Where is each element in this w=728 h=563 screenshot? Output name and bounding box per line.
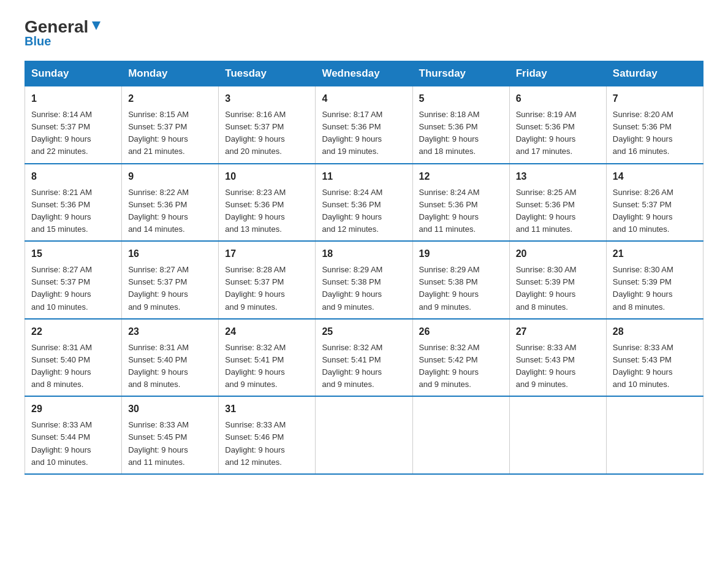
day-info: Sunrise: 8:19 AMSunset: 5:36 PMDaylight:… [516, 109, 600, 158]
day-cell [509, 396, 606, 474]
day-number: 25 [322, 324, 406, 339]
day-info: Sunrise: 8:32 AMSunset: 5:41 PMDaylight:… [322, 342, 406, 391]
header-monday: Monday [122, 61, 219, 86]
day-cell: 9Sunrise: 8:22 AMSunset: 5:36 PMDaylight… [122, 164, 219, 242]
day-number: 8 [31, 169, 115, 184]
logo-triangle-icon [89, 19, 103, 33]
day-cell: 18Sunrise: 8:29 AMSunset: 5:38 PMDayligh… [316, 241, 412, 319]
day-cell: 8Sunrise: 8:21 AMSunset: 5:36 PMDaylight… [25, 164, 122, 242]
day-info: Sunrise: 8:26 AMSunset: 5:37 PMDaylight:… [613, 186, 697, 236]
day-cell: 25Sunrise: 8:32 AMSunset: 5:41 PMDayligh… [316, 319, 412, 397]
day-number: 9 [128, 169, 212, 184]
day-cell: 26Sunrise: 8:32 AMSunset: 5:42 PMDayligh… [412, 319, 509, 397]
day-cell: 1Sunrise: 8:14 AMSunset: 5:37 PMDaylight… [25, 86, 122, 164]
day-info: Sunrise: 8:27 AMSunset: 5:37 PMDaylight:… [31, 264, 115, 313]
day-number: 23 [128, 324, 212, 339]
week-row-2: 8Sunrise: 8:21 AMSunset: 5:36 PMDaylight… [25, 164, 703, 242]
day-cell: 12Sunrise: 8:24 AMSunset: 5:36 PMDayligh… [412, 164, 509, 242]
week-row-5: 29Sunrise: 8:33 AMSunset: 5:44 PMDayligh… [25, 396, 703, 474]
header-tuesday: Tuesday [219, 61, 316, 86]
day-number: 17 [225, 247, 309, 261]
day-number: 10 [225, 169, 309, 184]
day-number: 14 [613, 169, 697, 184]
day-number: 4 [322, 91, 406, 106]
day-info: Sunrise: 8:33 AMSunset: 5:45 PMDaylight:… [128, 419, 212, 469]
day-info: Sunrise: 8:24 AMSunset: 5:36 PMDaylight:… [419, 186, 503, 236]
day-info: Sunrise: 8:24 AMSunset: 5:36 PMDaylight:… [322, 186, 406, 236]
day-cell: 13Sunrise: 8:25 AMSunset: 5:36 PMDayligh… [509, 164, 606, 242]
day-info: Sunrise: 8:31 AMSunset: 5:40 PMDaylight:… [31, 342, 115, 391]
header-thursday: Thursday [412, 61, 509, 86]
day-cell: 5Sunrise: 8:18 AMSunset: 5:36 PMDaylight… [412, 86, 509, 164]
day-cell: 22Sunrise: 8:31 AMSunset: 5:40 PMDayligh… [25, 319, 122, 397]
day-number: 5 [419, 91, 503, 106]
week-row-1: 1Sunrise: 8:14 AMSunset: 5:37 PMDaylight… [25, 86, 703, 164]
day-info: Sunrise: 8:20 AMSunset: 5:36 PMDaylight:… [613, 109, 697, 158]
logo-general: General [25, 18, 88, 36]
calendar-header-row: SundayMondayTuesdayWednesdayThursdayFrid… [25, 61, 703, 86]
day-cell: 14Sunrise: 8:26 AMSunset: 5:37 PMDayligh… [606, 164, 703, 242]
day-info: Sunrise: 8:33 AMSunset: 5:43 PMDaylight:… [516, 342, 600, 391]
day-info: Sunrise: 8:17 AMSunset: 5:36 PMDaylight:… [322, 109, 406, 158]
day-cell: 19Sunrise: 8:29 AMSunset: 5:38 PMDayligh… [412, 241, 509, 319]
svg-marker-0 [92, 21, 100, 30]
calendar-table: SundayMondayTuesdayWednesdayThursdayFrid… [25, 61, 703, 475]
day-cell: 11Sunrise: 8:24 AMSunset: 5:36 PMDayligh… [316, 164, 412, 242]
day-info: Sunrise: 8:33 AMSunset: 5:43 PMDaylight:… [613, 342, 697, 391]
day-cell: 3Sunrise: 8:16 AMSunset: 5:37 PMDaylight… [219, 86, 316, 164]
day-cell: 16Sunrise: 8:27 AMSunset: 5:37 PMDayligh… [122, 241, 219, 319]
page-header: General Blue [25, 18, 703, 48]
week-row-4: 22Sunrise: 8:31 AMSunset: 5:40 PMDayligh… [25, 319, 703, 397]
day-info: Sunrise: 8:28 AMSunset: 5:37 PMDaylight:… [225, 264, 309, 313]
day-cell: 2Sunrise: 8:15 AMSunset: 5:37 PMDaylight… [122, 86, 219, 164]
day-info: Sunrise: 8:27 AMSunset: 5:37 PMDaylight:… [128, 264, 212, 313]
day-cell: 7Sunrise: 8:20 AMSunset: 5:36 PMDaylight… [606, 86, 703, 164]
day-number: 22 [31, 324, 115, 339]
day-number: 18 [322, 247, 406, 261]
day-info: Sunrise: 8:29 AMSunset: 5:38 PMDaylight:… [419, 264, 503, 313]
day-info: Sunrise: 8:30 AMSunset: 5:39 PMDaylight:… [516, 264, 600, 313]
day-info: Sunrise: 8:16 AMSunset: 5:37 PMDaylight:… [225, 109, 309, 158]
day-number: 15 [31, 247, 115, 261]
day-number: 31 [225, 402, 309, 416]
day-cell: 6Sunrise: 8:19 AMSunset: 5:36 PMDaylight… [509, 86, 606, 164]
day-cell: 28Sunrise: 8:33 AMSunset: 5:43 PMDayligh… [606, 319, 703, 397]
day-number: 11 [322, 169, 406, 184]
day-info: Sunrise: 8:33 AMSunset: 5:46 PMDaylight:… [225, 419, 309, 469]
day-info: Sunrise: 8:22 AMSunset: 5:36 PMDaylight:… [128, 186, 212, 236]
day-info: Sunrise: 8:14 AMSunset: 5:37 PMDaylight:… [31, 109, 115, 158]
day-cell: 23Sunrise: 8:31 AMSunset: 5:40 PMDayligh… [122, 319, 219, 397]
day-number: 16 [128, 247, 212, 261]
week-row-3: 15Sunrise: 8:27 AMSunset: 5:37 PMDayligh… [25, 241, 703, 319]
day-number: 7 [613, 91, 697, 106]
day-number: 29 [31, 402, 115, 416]
day-cell: 24Sunrise: 8:32 AMSunset: 5:41 PMDayligh… [219, 319, 316, 397]
day-number: 1 [31, 91, 115, 106]
day-number: 2 [128, 91, 212, 106]
day-info: Sunrise: 8:31 AMSunset: 5:40 PMDaylight:… [128, 342, 212, 391]
day-cell: 31Sunrise: 8:33 AMSunset: 5:46 PMDayligh… [219, 396, 316, 474]
day-info: Sunrise: 8:18 AMSunset: 5:36 PMDaylight:… [419, 109, 503, 158]
day-number: 26 [419, 324, 503, 339]
day-cell: 29Sunrise: 8:33 AMSunset: 5:44 PMDayligh… [25, 396, 122, 474]
day-number: 6 [516, 91, 600, 106]
day-number: 28 [613, 324, 697, 339]
logo: General Blue [25, 18, 103, 48]
day-number: 27 [516, 324, 600, 339]
day-info: Sunrise: 8:32 AMSunset: 5:42 PMDaylight:… [419, 342, 503, 391]
day-number: 12 [419, 169, 503, 184]
day-cell: 30Sunrise: 8:33 AMSunset: 5:45 PMDayligh… [122, 396, 219, 474]
day-info: Sunrise: 8:25 AMSunset: 5:36 PMDaylight:… [516, 186, 600, 236]
day-number: 3 [225, 91, 309, 106]
day-cell: 15Sunrise: 8:27 AMSunset: 5:37 PMDayligh… [25, 241, 122, 319]
day-cell: 4Sunrise: 8:17 AMSunset: 5:36 PMDaylight… [316, 86, 412, 164]
day-info: Sunrise: 8:23 AMSunset: 5:36 PMDaylight:… [225, 186, 309, 236]
day-cell: 27Sunrise: 8:33 AMSunset: 5:43 PMDayligh… [509, 319, 606, 397]
day-info: Sunrise: 8:21 AMSunset: 5:36 PMDaylight:… [31, 186, 115, 236]
day-cell [412, 396, 509, 474]
day-number: 13 [516, 169, 600, 184]
day-cell: 10Sunrise: 8:23 AMSunset: 5:36 PMDayligh… [219, 164, 316, 242]
day-info: Sunrise: 8:32 AMSunset: 5:41 PMDaylight:… [225, 342, 309, 391]
header-saturday: Saturday [606, 61, 703, 86]
day-cell [316, 396, 412, 474]
